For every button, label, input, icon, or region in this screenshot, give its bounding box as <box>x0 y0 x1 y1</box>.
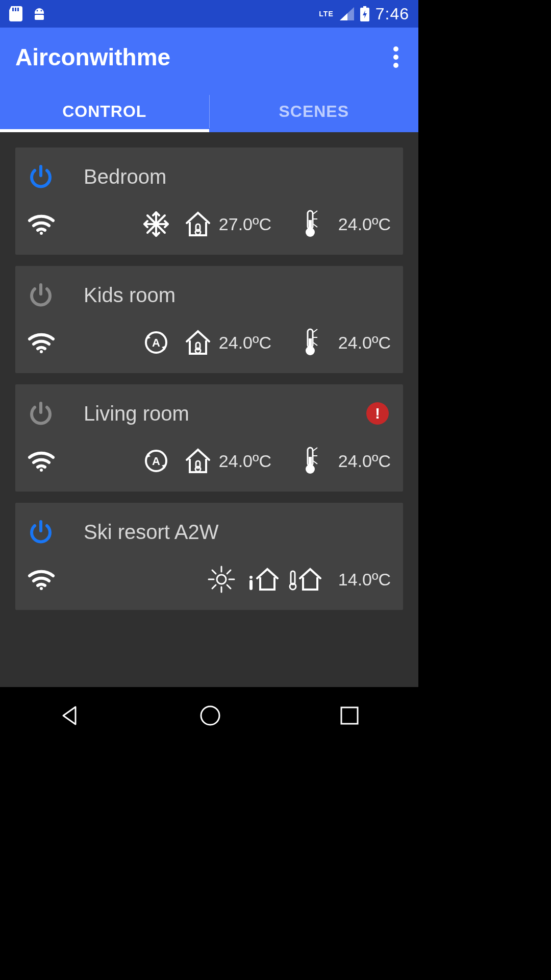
power-button[interactable] <box>28 282 84 308</box>
room-card[interactable]: Bedroom 27.0ºC 24.0ºC <box>15 148 403 255</box>
svg-point-8 <box>393 46 398 52</box>
wifi-icon <box>28 332 55 353</box>
wifi-indicator <box>28 332 84 353</box>
house-temp: 24.0ºC <box>219 333 295 353</box>
svg-point-3 <box>37 10 38 12</box>
svg-rect-2 <box>17 8 19 11</box>
svg-rect-0 <box>12 8 14 11</box>
house-temp-indicator <box>177 328 219 357</box>
thermometer-icon <box>301 209 320 239</box>
app-title: Airconwithme <box>15 43 170 71</box>
svg-line-44 <box>227 585 231 589</box>
room-card[interactable]: Kids room A 24.0ºC 24.0ºC <box>15 266 403 373</box>
svg-rect-1 <box>15 8 16 11</box>
power-icon <box>28 519 54 545</box>
power-icon <box>28 400 54 427</box>
nav-back-button[interactable] <box>49 695 91 737</box>
svg-point-11 <box>40 232 43 235</box>
nav-home-button[interactable] <box>189 694 232 737</box>
wifi-icon <box>28 213 55 235</box>
wifi-indicator <box>28 569 84 590</box>
room-name: Kids room <box>84 284 391 307</box>
set-temp: 24.0ºC <box>338 214 391 234</box>
set-temp: 24.0ºC <box>338 451 391 471</box>
house-temp: 24.0ºC <box>219 451 295 471</box>
svg-point-47 <box>249 576 253 579</box>
alert-icon[interactable]: ! <box>366 402 389 425</box>
tab-scenes[interactable]: SCENES <box>210 91 419 132</box>
house-temp-icon <box>183 210 213 238</box>
nav-recents-button[interactable] <box>330 696 369 736</box>
room-name: Bedroom <box>84 165 391 188</box>
power-button[interactable] <box>28 519 84 545</box>
mode-indicator: A <box>135 447 177 475</box>
svg-line-43 <box>212 570 216 574</box>
house-therm-indicator <box>284 566 326 593</box>
house-temp-indicator <box>177 447 219 475</box>
thermometer-indicator <box>295 209 326 239</box>
tab-control[interactable]: CONTROL <box>0 91 209 132</box>
snowflake-icon <box>142 210 170 238</box>
wifi-icon <box>28 569 55 590</box>
svg-rect-49 <box>291 571 295 584</box>
wifi-icon <box>28 450 55 472</box>
svg-point-25 <box>195 348 201 353</box>
overflow-menu-button[interactable] <box>386 41 406 74</box>
set-temp: 14.0ºC <box>338 570 391 590</box>
svg-point-37 <box>40 587 43 590</box>
auto-mode-icon: A <box>142 447 170 475</box>
svg-rect-48 <box>249 580 253 590</box>
thermometer-icon <box>301 327 320 358</box>
set-temp: 24.0ºC <box>338 333 391 353</box>
power-icon <box>28 282 54 308</box>
thermometer-indicator <box>295 446 326 476</box>
tab-bar: CONTROL SCENES <box>0 91 418 132</box>
power-icon <box>28 163 54 190</box>
svg-point-51 <box>201 706 219 725</box>
room-card[interactable]: Living room ! A 24.0ºC 24.0ºC <box>15 384 403 492</box>
svg-text:A: A <box>152 336 160 349</box>
svg-point-4 <box>41 10 42 12</box>
status-bar: LTE 7:46 <box>0 0 418 28</box>
android-debug-icon <box>32 7 47 21</box>
mode-indicator <box>201 565 242 594</box>
house-temp-indicator <box>177 210 219 238</box>
room-name: Ski resort A2W <box>84 521 391 544</box>
svg-point-38 <box>217 575 226 584</box>
system-nav-bar <box>0 687 418 744</box>
wifi-indicator <box>28 213 84 235</box>
network-lte-label: LTE <box>319 10 333 18</box>
signal-icon <box>340 7 354 20</box>
svg-rect-28 <box>309 338 312 349</box>
svg-point-10 <box>393 63 398 68</box>
thermometer-indicator <box>295 327 326 358</box>
house-temp-icon <box>183 447 213 475</box>
occupancy-indicator <box>242 566 284 593</box>
back-icon <box>59 705 81 726</box>
svg-rect-6 <box>363 6 366 8</box>
room-list[interactable]: Bedroom 27.0ºC 24.0ºC <box>0 132 418 687</box>
room-card[interactable]: Ski resort A2W 14.0ºC <box>15 503 403 610</box>
auto-mode-icon: A <box>142 329 170 356</box>
svg-line-45 <box>227 570 231 574</box>
power-button[interactable] <box>28 400 84 427</box>
power-button[interactable] <box>28 163 84 190</box>
svg-rect-52 <box>341 707 358 724</box>
sd-card-icon <box>9 6 22 21</box>
svg-rect-20 <box>309 220 312 230</box>
svg-line-46 <box>212 585 216 589</box>
thermometer-icon <box>301 446 320 476</box>
status-time: 7:46 <box>375 5 409 23</box>
svg-rect-36 <box>309 457 312 467</box>
svg-point-33 <box>195 467 201 472</box>
house-temp: 27.0ºC <box>219 214 295 234</box>
battery-charging-icon <box>360 6 369 21</box>
svg-point-21 <box>40 350 43 353</box>
mode-indicator: A <box>135 329 177 356</box>
svg-point-17 <box>195 230 201 235</box>
house-therm-icon <box>289 566 321 593</box>
home-icon <box>199 704 221 727</box>
house-occupancy-icon <box>247 566 280 593</box>
house-temp-icon <box>183 328 213 357</box>
svg-text:A: A <box>152 455 160 468</box>
